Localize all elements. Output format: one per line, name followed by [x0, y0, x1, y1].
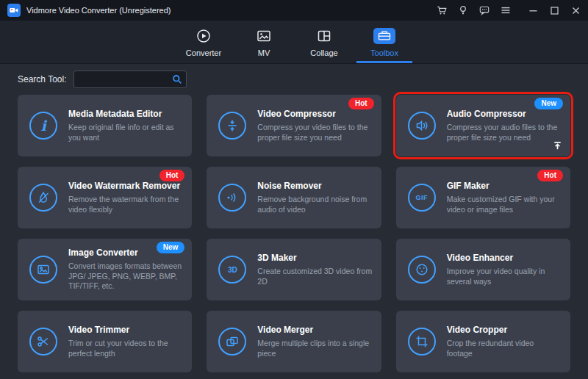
card-desc: Crop the redundant video footage: [447, 339, 562, 359]
card-title: Media Metadata Editor: [68, 109, 183, 119]
video-trimmer-icon: [29, 328, 57, 355]
tab-toolbox[interactable]: Toolbox: [355, 21, 414, 63]
gif-icon: GIF: [408, 184, 436, 212]
video-enhancer-icon: [408, 256, 436, 284]
tab-mv[interactable]: MV: [234, 21, 293, 63]
card-noise-remover[interactable]: Noise Remover Remove background noise fr…: [207, 167, 381, 228]
converter-icon: [196, 27, 212, 45]
card-video-watermark-remover[interactable]: Video Watermark Remover Remove the water…: [18, 167, 192, 228]
window-title: Vidmore Video Converter (Unregistered): [26, 6, 171, 15]
toolbox-grid: i Media Metadata Editor Keep original fi…: [0, 95, 588, 379]
card-title: Audio Compressor: [447, 109, 562, 119]
tab-label: Toolbox: [370, 48, 398, 57]
card-title: Video Trimmer: [68, 325, 183, 335]
card-video-enhancer[interactable]: Video Enhancer Improve your video qualit…: [396, 239, 570, 300]
hot-badge: Hot: [348, 98, 374, 109]
card-title: Video Enhancer: [447, 253, 562, 263]
tab-converter[interactable]: Converter: [174, 21, 233, 63]
card-audio-compressor[interactable]: Audio Compressor Compress your audio fil…: [396, 95, 570, 156]
card-title: Video Cropper: [447, 325, 562, 335]
card-title: 3D Maker: [257, 253, 372, 263]
noise-remover-icon: [218, 184, 246, 212]
main-tabbar: Converter MV Collage: [0, 21, 588, 64]
menu-icon[interactable]: [501, 5, 511, 15]
search-row: Search Tool:: [0, 64, 588, 95]
maximize-icon[interactable]: [549, 5, 559, 15]
card-desc: Convert images formats between JPG/ JPEG…: [68, 261, 183, 292]
tab-label: Collage: [310, 48, 337, 57]
card-media-metadata-editor[interactable]: i Media Metadata Editor Keep original fi…: [18, 95, 192, 156]
card-desc: Compress your audio files to the proper …: [447, 123, 562, 143]
video-compressor-icon: [218, 112, 246, 140]
card-video-merger[interactable]: Video Merger Merge multiple clips into a…: [207, 311, 381, 372]
tab-label: Converter: [186, 48, 221, 57]
new-badge: New: [534, 98, 563, 109]
hot-badge: Hot: [159, 170, 185, 181]
search-icon[interactable]: [168, 71, 186, 87]
card-desc: Compress your video files to the proper …: [257, 123, 372, 143]
minimize-icon[interactable]: [528, 5, 538, 15]
image-converter-icon: [29, 256, 57, 284]
card-gif-maker[interactable]: GIF GIF Maker Make customized GIF with y…: [396, 167, 570, 228]
cart-icon[interactable]: [437, 5, 447, 15]
collage-icon: [316, 27, 332, 45]
card-desc: Remove the watermark from the video flex…: [68, 195, 183, 215]
hot-badge: Hot: [537, 170, 563, 181]
card-title: Video Watermark Remover: [68, 181, 183, 191]
card-title: GIF Maker: [447, 181, 562, 191]
app-window: Vidmore Video Converter (Unregistered): [0, 0, 588, 379]
tab-label: MV: [258, 48, 270, 57]
card-desc: Create customized 3D video from 2D: [257, 267, 372, 287]
watermark-remover-icon: [29, 184, 57, 212]
video-cropper-icon: [408, 328, 436, 355]
search-label: Search Tool:: [18, 74, 67, 84]
card-image-converter[interactable]: Image Converter Convert images formats b…: [18, 239, 192, 300]
titlebar: Vidmore Video Converter (Unregistered): [0, 0, 588, 21]
card-desc: Remove background noise from audio of vi…: [257, 195, 372, 215]
lamp-icon[interactable]: [458, 5, 468, 15]
card-desc: Merge multiple clips into a single piece: [257, 339, 372, 359]
cursor-upload-icon: [552, 140, 563, 151]
new-badge: New: [157, 242, 185, 253]
app-logo-icon: [7, 4, 21, 17]
card-video-compressor[interactable]: Video Compressor Compress your video fil…: [207, 95, 381, 156]
card-title: Noise Remover: [257, 181, 372, 191]
search-input[interactable]: [74, 75, 168, 84]
toolbox-icon: [373, 27, 395, 45]
3d-maker-icon: 3D: [218, 256, 246, 284]
info-icon: i: [29, 112, 57, 140]
mv-icon: [256, 27, 272, 45]
card-video-cropper[interactable]: Video Cropper Crop the redundant video f…: [396, 311, 570, 372]
tab-collage[interactable]: Collage: [295, 21, 354, 63]
card-title: Video Merger: [257, 325, 372, 335]
audio-compressor-icon: [408, 112, 436, 140]
chat-icon[interactable]: [479, 5, 490, 15]
close-icon[interactable]: [570, 5, 581, 15]
card-title: Video Compressor: [257, 109, 372, 119]
card-desc: Make customized GIF with your video or i…: [447, 195, 562, 215]
card-desc: Keep original file info or edit as you w…: [68, 123, 183, 143]
card-desc: Improve your video quality in several wa…: [447, 267, 562, 287]
card-desc: Trim or cut your videos to the perfect l…: [68, 339, 183, 359]
search-box: [74, 71, 187, 88]
video-merger-icon: [218, 328, 246, 355]
card-video-trimmer[interactable]: Video Trimmer Trim or cut your videos to…: [18, 311, 192, 372]
card-3d-maker[interactable]: 3D 3D Maker Create customized 3D video f…: [207, 239, 381, 300]
